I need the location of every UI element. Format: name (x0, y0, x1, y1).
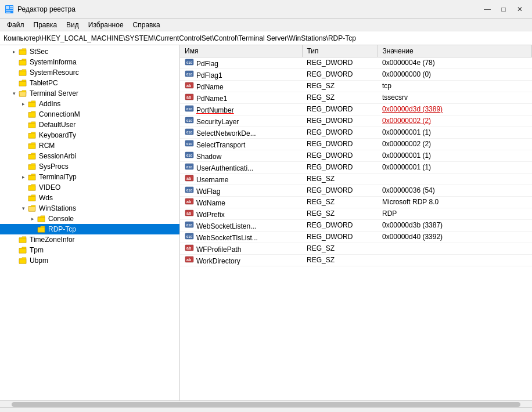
minimize-button[interactable]: — (480, 3, 495, 15)
tree-item-timezoneinf[interactable]: TimeZoneInfor (0, 234, 179, 245)
tree-toggle-winstations[interactable]: ▾ (19, 205, 28, 211)
tree-panel[interactable]: ▸ StSec SystemInforma SystemResourc Tabl… (0, 45, 180, 400)
cell-name: ab WFProfilePath (180, 243, 302, 254)
dword-icon: 010 (185, 186, 194, 194)
tree-label-terminalserver: Terminal Server (30, 89, 78, 97)
tree-toggle-terminalserver[interactable]: ▾ (9, 91, 19, 96)
cell-type: REG_DWORD (302, 68, 378, 80)
folder-icon-timezoneinf (19, 236, 28, 244)
tree-toggle-terminaltyp[interactable]: ▸ (19, 174, 28, 180)
cell-value (378, 254, 532, 266)
cell-name: 010 SecurityLayer (180, 115, 302, 127)
reg-name: SelectNetworkDe... (196, 129, 256, 138)
table-row[interactable]: ab PdName1REG_SZtssecsrv (180, 92, 532, 103)
table-row[interactable]: 010 WebSocketListen...REG_DWORD0x00000d3… (180, 219, 532, 231)
svg-rect-3 (10, 8, 13, 9)
cell-value: Microsoft RDP 8.0 (378, 196, 532, 208)
folder-icon-sessionarbi (28, 152, 37, 160)
tree-item-addins[interactable]: ▸ AddIns (0, 99, 179, 109)
tree-item-wds[interactable]: Wds (0, 193, 179, 203)
dword-icon: 010 (185, 162, 194, 171)
svg-text:ab: ab (186, 95, 191, 99)
tree-item-connectionm[interactable]: ConnectionM (0, 109, 179, 120)
tree-item-sysresource[interactable]: SystemResourc (0, 67, 179, 78)
table-row[interactable]: ab WorkDirectoryREG_SZ (180, 254, 532, 266)
col-value: Значение (378, 45, 532, 57)
details-panel[interactable]: Имя Тип Значение 010 PdFlagREG_DWORD0x00… (180, 45, 532, 400)
tree-item-rcm[interactable]: RCM (0, 140, 179, 151)
tree-toggle-console[interactable]: ▸ (28, 216, 37, 222)
cell-name: 010 WebSocketListen... (180, 219, 302, 231)
dword-icon: 010 (185, 58, 194, 66)
folder-icon-keyboardty (28, 131, 37, 139)
dword-icon: 010 (185, 232, 194, 240)
tree-item-rdp-tcp[interactable]: RDP-Tcp (0, 224, 179, 234)
table-row[interactable]: ab WdPrefixREG_SZRDP (180, 208, 532, 219)
svg-text:010: 010 (186, 189, 193, 192)
table-row[interactable]: 010 WebSocketTlsList...REG_DWORD0x00000d… (180, 231, 532, 243)
menu-item-правка[interactable]: Правка (29, 20, 62, 30)
close-button[interactable]: ✕ (512, 3, 527, 15)
tree-item-systeminfo[interactable]: SystemInforma (0, 57, 179, 67)
cell-name: 010 PdFlag1 (180, 68, 302, 80)
cell-name: ab PdName1 (180, 92, 302, 103)
tree-label-keyboardty: KeyboardTy (39, 131, 76, 139)
table-row[interactable]: ab WFProfilePathREG_SZ (180, 243, 532, 254)
cell-value: 0x0000004e (78) (378, 57, 532, 68)
horizontal-scrollbar[interactable] (12, 402, 520, 407)
tree-toggle-stsec[interactable]: ▸ (9, 49, 19, 55)
table-row[interactable]: 010 SelectTransportREG_DWORD0x00000002 (… (180, 138, 532, 150)
tree-label-stsec: StSec (30, 48, 48, 56)
table-row[interactable]: ab UsernameREG_SZ (180, 173, 532, 185)
table-row[interactable]: 010 WdFlagREG_DWORD0x00000036 (54) (180, 185, 532, 196)
menu-item-избранное[interactable]: Избранное (84, 20, 128, 30)
cell-value: 0x00000001 (1) (378, 127, 532, 138)
cell-value: 0x00000002 (2) (378, 138, 532, 150)
table-row[interactable]: ab WdNameREG_SZMicrosoft RDP 8.0 (180, 196, 532, 208)
tree-item-terminaltyp[interactable]: ▸ TerminalTyp (0, 172, 179, 182)
svg-rect-5 (6, 12, 10, 13)
tree-item-sessionarbi[interactable]: SessionArbi (0, 151, 179, 161)
reg-name: Shadow (196, 153, 221, 161)
tree-item-tpm[interactable]: Tpm (0, 245, 179, 255)
tree-item-video[interactable]: VIDEO (0, 182, 179, 193)
sz-icon: ab (185, 174, 194, 182)
table-row[interactable]: 010 PdFlagREG_DWORD0x0000004e (78) (180, 57, 532, 68)
table-row[interactable]: 010 UserAuthenticati...REG_DWORD0x000000… (180, 161, 532, 173)
tree-item-sysprocs[interactable]: SysProcs (0, 161, 179, 172)
table-row[interactable]: 010 SelectNetworkDe...REG_DWORD0x0000000… (180, 127, 532, 138)
table-row[interactable]: ab PdNameREG_SZtcp (180, 80, 532, 92)
table-row[interactable]: 010 ShadowREG_DWORD0x00000001 (1) (180, 150, 532, 161)
title-bar: Редактор реестра — □ ✕ (0, 0, 532, 19)
cell-type: REG_SZ (302, 254, 378, 266)
folder-icon-terminaltyp (28, 173, 37, 181)
tree-item-tabletpc[interactable]: TabletPC (0, 78, 179, 88)
tree-item-console[interactable]: ▸ Console (0, 214, 179, 224)
registry-table: Имя Тип Значение 010 PdFlagREG_DWORD0x00… (180, 45, 532, 266)
tree-item-defaultuser[interactable]: DefaultUser (0, 120, 179, 130)
tree-item-terminalserver[interactable]: ▾ Terminal Server (0, 88, 179, 99)
folder-icon-sysprocs (28, 162, 37, 171)
cell-type: REG_DWORD (302, 185, 378, 196)
tree-item-winstations[interactable]: ▾ WinStations (0, 203, 179, 214)
table-row[interactable]: 010 PortNumberREG_DWORD0x00000d3d (3389) (180, 103, 532, 115)
tree-item-ubpm[interactable]: Ubpm (0, 255, 179, 266)
table-row[interactable]: 010 SecurityLayerREG_DWORD0x00000002 (2) (180, 115, 532, 127)
folder-icon-addins (28, 100, 37, 108)
cell-type: REG_DWORD (302, 115, 378, 127)
menu-item-справка[interactable]: Справка (128, 20, 165, 30)
cell-name: 010 SelectNetworkDe... (180, 127, 302, 138)
sz-icon: ab (185, 81, 194, 89)
maximize-button[interactable]: □ (496, 3, 511, 15)
main-content: ▸ StSec SystemInforma SystemResourc Tabl… (0, 45, 532, 400)
folder-icon-tabletpc (19, 79, 28, 87)
table-row[interactable]: 010 PdFlag1REG_DWORD0x00000000 (0) (180, 68, 532, 80)
menu-item-файл[interactable]: Файл (2, 20, 29, 30)
cell-type: REG_DWORD (302, 127, 378, 138)
tree-item-stsec[interactable]: ▸ StSec (0, 46, 179, 57)
dword-icon: 010 (185, 116, 194, 124)
tree-item-keyboardty[interactable]: KeyboardTy (0, 130, 179, 140)
tree-toggle-addins[interactable]: ▸ (19, 101, 28, 107)
svg-text:010: 010 (186, 119, 193, 122)
menu-item-вид[interactable]: Вид (62, 20, 84, 30)
